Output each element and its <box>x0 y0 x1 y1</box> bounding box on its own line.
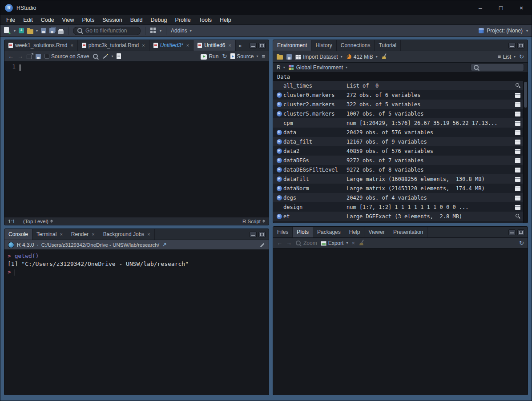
expand-icon[interactable] <box>277 111 282 116</box>
refresh-button[interactable]: ↻ <box>519 54 524 60</box>
env-row-dataNorm[interactable]: dataNorm Large matrix (21453120 elements… <box>273 184 528 193</box>
table-icon[interactable] <box>515 130 520 135</box>
menu-profile[interactable]: Profile <box>171 16 194 24</box>
save-workspace-icon[interactable] <box>286 54 292 60</box>
list-view-button[interactable]: ≡List▾ <box>498 54 516 60</box>
rerun-button[interactable]: ↻ <box>222 53 227 59</box>
tab-render[interactable]: Render × <box>67 229 99 240</box>
previous-plot-button[interactable]: ← <box>277 240 282 246</box>
minimize-pane-button[interactable] <box>508 43 516 48</box>
scope-selector[interactable]: (Top Level) <box>23 219 53 224</box>
compile-report-icon[interactable] <box>117 53 121 59</box>
env-row-cluster5-markers[interactable]: cluster5.markers 1007 obs. of 5 variable… <box>273 109 528 118</box>
close-tab-icon[interactable]: × <box>142 43 145 48</box>
tab-connections[interactable]: Connections <box>337 40 375 51</box>
menu-plots[interactable]: Plots <box>78 16 98 24</box>
table-icon[interactable] <box>515 168 520 172</box>
print-button[interactable] <box>58 28 64 34</box>
next-plot-button[interactable]: → <box>286 240 292 246</box>
expand-icon[interactable] <box>277 195 282 200</box>
tab-terminal[interactable]: Terminal × <box>32 229 67 240</box>
addins-button[interactable]: Addins▾ <box>171 28 192 34</box>
expand-icon[interactable] <box>277 176 282 182</box>
table-icon[interactable] <box>515 93 520 98</box>
code-tools-button[interactable]: ▾ <box>102 53 113 60</box>
environment-search-box[interactable] <box>471 64 524 71</box>
tab-presentation[interactable]: Presentation <box>389 227 427 237</box>
language-selector[interactable]: R▾ <box>277 64 285 71</box>
filetype-selector[interactable]: R Script <box>242 219 265 224</box>
maximize-pane-button[interactable] <box>258 43 266 48</box>
tab-environment[interactable]: Environment <box>273 40 311 51</box>
table-icon[interactable] <box>515 186 520 191</box>
close-tab-icon[interactable]: × <box>147 232 150 237</box>
menu-tools[interactable]: Tools <box>195 16 216 24</box>
refresh-button[interactable]: ↻ <box>519 240 524 246</box>
addins-grid-button[interactable]: ▾ <box>150 27 161 34</box>
clear-plots-broom-icon[interactable] <box>359 240 366 247</box>
table-icon[interactable] <box>515 149 520 154</box>
source-tab-untitled6[interactable]: Untitled6 × <box>193 40 236 51</box>
tab-help[interactable]: Help <box>345 227 365 237</box>
find-replace-icon[interactable] <box>93 53 99 60</box>
new-project-button[interactable] <box>19 28 24 33</box>
tab-history[interactable]: History <box>311 40 336 51</box>
tab-overflow-button[interactable]: » <box>236 40 244 51</box>
code-area[interactable] <box>20 62 269 217</box>
expand-icon[interactable] <box>277 130 282 135</box>
save-button[interactable] <box>41 28 46 33</box>
expand-icon[interactable] <box>277 102 282 107</box>
forward-button[interactable]: → <box>17 53 23 59</box>
source-tab-pbmc3k[interactable]: pbmc3k_tutorial.Rmd × <box>78 40 149 51</box>
clear-objects-broom-icon[interactable] <box>381 53 388 60</box>
maximize-pane-button[interactable] <box>517 43 524 48</box>
close-window-button[interactable]: × <box>511 0 532 15</box>
close-tab-icon[interactable]: × <box>70 43 73 48</box>
save-all-button[interactable] <box>49 28 55 33</box>
tab-files[interactable]: Files <box>273 227 293 237</box>
source-tab-week1[interactable]: week1_solutions.Rmd × <box>4 40 78 51</box>
expand-icon[interactable] <box>277 167 282 172</box>
run-button[interactable]: Run <box>201 53 218 60</box>
env-row-data2[interactable]: data2 40859 obs. of 576 variables <box>273 146 528 156</box>
table-icon[interactable] <box>515 102 520 107</box>
menu-view[interactable]: View <box>58 16 78 24</box>
close-tab-icon[interactable]: × <box>186 43 189 48</box>
table-icon[interactable] <box>515 158 520 163</box>
load-workspace-icon[interactable] <box>277 55 283 60</box>
menu-debug[interactable]: Debug <box>147 16 171 24</box>
close-tab-icon[interactable]: × <box>60 232 62 237</box>
expand-icon[interactable] <box>277 148 282 154</box>
tab-tutorial[interactable]: Tutorial <box>375 40 401 51</box>
tab-background-jobs[interactable]: Background Jobs × <box>99 229 155 240</box>
env-row-dataDEGs[interactable]: dataDEGs 9272 obs. of 7 variables <box>273 156 528 165</box>
r-version-icon[interactable] <box>8 242 14 248</box>
close-tab-icon[interactable]: × <box>92 232 94 237</box>
env-row-cluster2-markers[interactable]: cluster2.markers 322 obs. of 5 variables <box>273 100 528 109</box>
env-row-all-times[interactable]: all_times List of 0 <box>273 81 528 90</box>
goto-file-box[interactable] <box>73 27 141 35</box>
source-button[interactable]: Source▾ <box>230 53 258 60</box>
menu-build[interactable]: Build <box>126 16 147 24</box>
back-button[interactable]: ← <box>8 53 14 59</box>
table-icon[interactable] <box>515 140 520 144</box>
scrollbar[interactable] <box>523 81 528 223</box>
import-dataset-button[interactable]: Import Dataset▾ <box>295 54 343 60</box>
table-icon[interactable] <box>515 177 520 182</box>
export-button[interactable]: Export▾ <box>321 240 348 246</box>
menu-edit[interactable]: Edit <box>19 16 37 24</box>
editor[interactable]: 1 <box>4 62 269 217</box>
scrollbar-thumb[interactable] <box>524 82 527 108</box>
env-row-dataDEGsFiltLevel[interactable]: dataDEGsFiltLevel 9272 obs. of 8 variabl… <box>273 165 528 174</box>
open-file-button[interactable]: ▾ <box>27 28 38 34</box>
tab-plots[interactable]: Plots <box>293 227 313 237</box>
expand-icon[interactable] <box>277 186 282 191</box>
outline-button[interactable]: ≡ <box>262 53 265 59</box>
table-icon[interactable] <box>515 121 520 126</box>
magnifier-icon[interactable] <box>515 83 521 88</box>
table-icon[interactable] <box>515 112 520 116</box>
minimize-window-button[interactable]: – <box>470 0 491 15</box>
memory-usage-button[interactable]: 412 MiB▾ <box>346 54 378 60</box>
console-body[interactable]: > getwd() [1] "C:/Users/z3129342/OneDriv… <box>4 250 269 395</box>
tab-packages[interactable]: Packages <box>313 227 345 237</box>
